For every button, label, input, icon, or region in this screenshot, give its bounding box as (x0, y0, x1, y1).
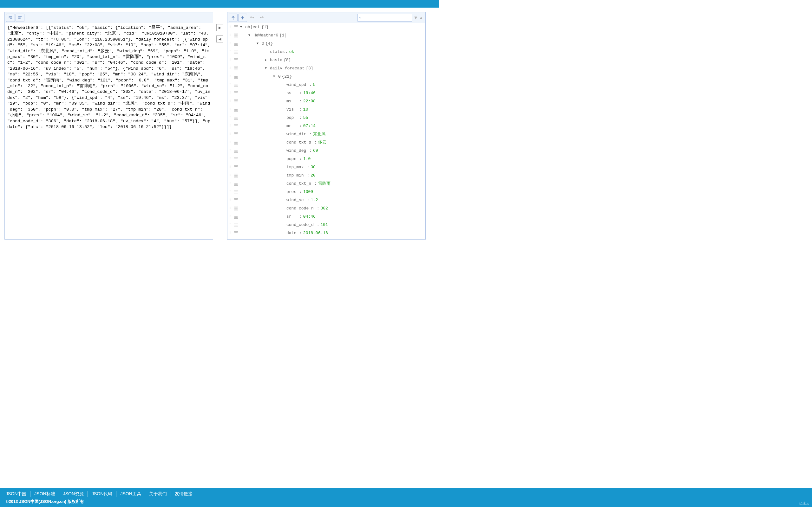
row-menu-icon[interactable] (234, 108, 238, 112)
drag-handle-icon[interactable] (229, 83, 234, 87)
tree-row[interactable]: wind_spd :5 (227, 81, 425, 89)
toggle-icon[interactable] (248, 33, 253, 38)
node-separator: : (314, 181, 318, 186)
tree-row[interactable]: 0 {21} (227, 72, 425, 81)
tree-row[interactable]: wind_dir :东北风 (227, 130, 425, 138)
drag-handle-icon[interactable] (229, 99, 234, 104)
tree-row[interactable]: wind_deg :69 (227, 147, 425, 155)
tree-row[interactable]: daily_forecast [3] (227, 64, 425, 72)
tree-row[interactable]: sr :04:46 (227, 213, 425, 221)
search-options-icon[interactable]: ▼▲ (413, 15, 424, 20)
tree-row[interactable]: wind_sc :1-2 (227, 196, 425, 205)
drag-handle-icon[interactable] (229, 198, 234, 203)
redo-button[interactable] (257, 14, 266, 22)
drag-handle-icon[interactable] (229, 66, 234, 71)
drag-handle-icon[interactable] (229, 190, 234, 194)
drag-handle-icon[interactable] (229, 42, 234, 46)
undo-button[interactable] (248, 14, 257, 22)
row-menu-icon[interactable] (234, 190, 238, 194)
tree-row[interactable]: vis :10 (227, 106, 425, 114)
drag-handle-icon[interactable] (229, 50, 234, 54)
tree-row[interactable]: basic {8} (227, 56, 425, 64)
tree-row[interactable]: cond_txt_d :多云 (227, 138, 425, 147)
row-menu-icon[interactable] (234, 174, 238, 177)
row-menu-icon[interactable] (234, 124, 238, 128)
copy-right-button[interactable]: ▶ (216, 24, 223, 31)
copy-left-button[interactable]: ◀ (216, 36, 223, 43)
node-key: 0 (262, 42, 264, 46)
row-menu-icon[interactable] (234, 42, 238, 46)
tree-row[interactable]: pcpn :1.0 (227, 155, 425, 163)
tree-row[interactable]: date :2018-06-16 (227, 229, 425, 237)
drag-handle-icon[interactable] (229, 149, 234, 153)
tree-row[interactable]: tmp_min :20 (227, 171, 425, 180)
row-menu-icon[interactable] (234, 132, 238, 136)
drag-handle-icon[interactable] (229, 231, 234, 235)
drag-handle-icon[interactable] (229, 107, 234, 112)
drag-handle-icon[interactable] (229, 25, 234, 30)
row-menu-icon[interactable] (234, 199, 238, 202)
toggle-icon[interactable] (240, 25, 245, 30)
row-menu-icon[interactable] (234, 207, 238, 210)
tree-row[interactable]: ms :22:08 (227, 97, 425, 106)
row-menu-icon[interactable] (234, 231, 238, 235)
row-menu-icon[interactable] (234, 83, 238, 87)
drag-handle-icon[interactable] (229, 165, 234, 170)
row-menu-icon[interactable] (234, 165, 238, 169)
drag-handle-icon[interactable] (229, 181, 234, 186)
drag-handle-icon[interactable] (229, 223, 234, 227)
row-menu-icon[interactable] (234, 91, 238, 95)
drag-handle-icon[interactable] (229, 206, 234, 211)
raw-json-text[interactable]: {"HeWeather6": [{"status": "ok", "basic"… (5, 23, 213, 239)
drag-handle-icon[interactable] (229, 173, 234, 178)
row-menu-icon[interactable] (234, 215, 238, 219)
drag-handle-icon[interactable] (229, 58, 234, 62)
tree-row[interactable]: mr :07:14 (227, 122, 425, 130)
indent-right-button[interactable] (6, 14, 15, 22)
drag-handle-icon[interactable] (229, 33, 234, 38)
tree-row[interactable]: cond_code_n :302 (227, 205, 425, 213)
row-menu-icon[interactable] (234, 75, 238, 78)
tree-view[interactable]: object {1}HeWeather6 [1]0 {4}status:okba… (227, 23, 425, 239)
toggle-icon[interactable] (273, 74, 278, 79)
tree-row[interactable]: HeWeather6 [1] (227, 32, 425, 40)
toggle-icon[interactable] (265, 66, 270, 71)
tree-row[interactable]: status:ok (227, 48, 425, 56)
row-menu-icon[interactable] (234, 100, 238, 103)
tree-row[interactable]: cond_code_d :101 (227, 221, 425, 229)
toggle-icon[interactable] (265, 58, 270, 62)
toggle-icon[interactable] (257, 42, 262, 46)
tree-row[interactable]: ss :19:46 (227, 89, 425, 97)
drag-handle-icon[interactable] (229, 215, 234, 219)
row-menu-icon[interactable] (234, 25, 238, 29)
tree-row[interactable]: pop :55 (227, 114, 425, 122)
drag-handle-icon[interactable] (229, 124, 234, 128)
row-menu-icon[interactable] (234, 116, 238, 120)
drag-handle-icon[interactable] (229, 74, 234, 79)
row-menu-icon[interactable] (234, 66, 238, 70)
collapse-all-button[interactable] (238, 14, 247, 22)
tree-row[interactable]: pres :1009 (227, 188, 425, 196)
row-menu-icon[interactable] (234, 149, 238, 153)
row-menu-icon[interactable] (234, 141, 238, 145)
drag-handle-icon[interactable] (229, 132, 234, 136)
indent-left-button[interactable] (15, 14, 24, 22)
tree-row[interactable]: cond_txt_n :雷阵雨 (227, 180, 425, 188)
drag-handle-icon[interactable] (229, 116, 234, 120)
search-input[interactable] (363, 15, 410, 20)
search-box[interactable] (357, 14, 412, 21)
tree-row[interactable]: 0 {4} (227, 40, 425, 48)
row-menu-icon[interactable] (234, 157, 238, 161)
tree-row[interactable]: tmp_max :30 (227, 163, 425, 171)
row-menu-icon[interactable] (234, 34, 238, 38)
drag-handle-icon[interactable] (229, 157, 234, 161)
row-menu-icon[interactable] (234, 50, 238, 54)
row-menu-icon[interactable] (234, 223, 238, 227)
expand-all-button[interactable] (229, 14, 238, 22)
node-meta: {21} (281, 74, 292, 79)
row-menu-icon[interactable] (234, 58, 238, 62)
tree-row[interactable]: object {1} (227, 23, 425, 32)
drag-handle-icon[interactable] (229, 140, 234, 145)
row-menu-icon[interactable] (234, 182, 238, 186)
drag-handle-icon[interactable] (229, 91, 234, 95)
